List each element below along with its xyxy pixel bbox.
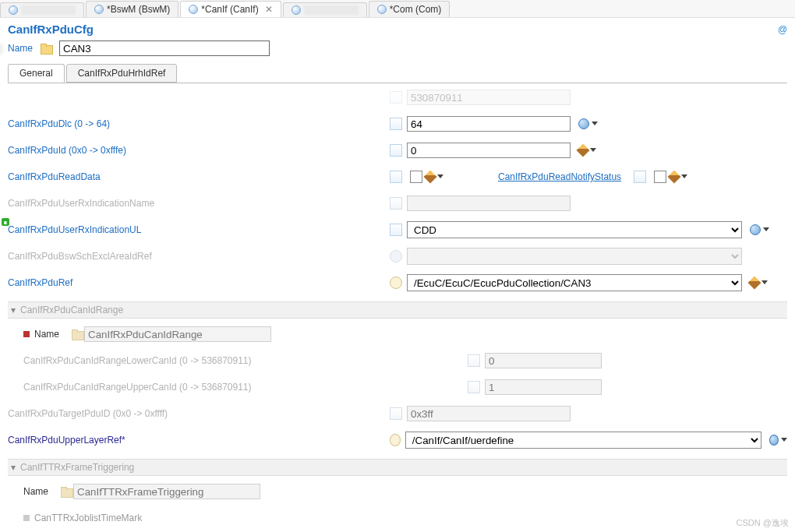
cut-row-value bbox=[407, 90, 571, 105]
folder-icon bbox=[61, 487, 72, 496]
section-canidrange[interactable]: ▾ CanIfRxPduCanIdRange bbox=[8, 301, 787, 319]
select-canifrxpduref[interactable]: /EcuC/EcuC/EcucPduCollection/CAN3 bbox=[407, 274, 742, 291]
reference-icon bbox=[390, 277, 402, 289]
dropdown-arrow-icon[interactable] bbox=[761, 280, 768, 284]
checkbox-canifrxpdureaddata[interactable] bbox=[410, 171, 422, 183]
module-icon bbox=[9, 5, 18, 15]
input-targetpduid bbox=[407, 406, 571, 421]
input-ttrx-name bbox=[73, 484, 260, 499]
hidden-label bbox=[304, 5, 359, 15]
redact-overlay bbox=[0, 44, 3, 55]
label-targetpduid: CanIfRxPduTargetPduID (0x0 -> 0xffff) bbox=[8, 408, 168, 419]
subtab-general[interactable]: General bbox=[8, 64, 65, 83]
edit-icon[interactable] bbox=[748, 277, 761, 290]
form-panel: CanIfRxPduDlc (0 -> 64) CanIfRxPduId (0x… bbox=[0, 83, 795, 532]
dropdown-arrow-icon[interactable] bbox=[781, 438, 787, 442]
field-type-icon bbox=[468, 354, 480, 367]
input-canifrxpdudlc[interactable] bbox=[407, 116, 571, 132]
scope-icon[interactable] bbox=[750, 224, 761, 235]
field-type-icon bbox=[390, 118, 402, 130]
label-bswschexcl: CanIfRxPduBswSchExclAreaIdRef bbox=[8, 251, 152, 262]
label-canifrxpdudlc[interactable]: CanIfRxPduDlc (0 -> 64) bbox=[8, 118, 110, 129]
folder-icon bbox=[72, 329, 83, 339]
input-userrxindname bbox=[407, 196, 571, 211]
edit-icon[interactable] bbox=[424, 171, 437, 184]
dropdown-arrow-icon[interactable] bbox=[590, 148, 596, 152]
tab-label: *CanIf (CanIf) bbox=[201, 4, 258, 15]
hidden-label bbox=[21, 5, 76, 15]
section-ttrxframetriggering[interactable]: ▾ CanIfTTRxFrameTriggering bbox=[8, 459, 787, 476]
override-marker-icon: ∎ bbox=[2, 218, 9, 226]
field-type-icon bbox=[390, 224, 402, 236]
edit-icon[interactable] bbox=[668, 171, 681, 184]
tab-com[interactable]: *Com (Com) bbox=[369, 1, 450, 17]
checkbox-canifrxpdureadnotifystatus[interactable] bbox=[654, 171, 666, 183]
watermark: CSDN @逸埃 bbox=[737, 517, 789, 529]
cut-row-label bbox=[8, 92, 10, 103]
input-canidrange-upper bbox=[485, 379, 602, 395]
label-canifrxpdureadnotifystatus[interactable]: CanIfRxPduReadNotifyStatus bbox=[498, 171, 621, 182]
module-icon bbox=[94, 5, 104, 14]
tab-label: *Com (Com) bbox=[390, 4, 442, 15]
select-userrxindicationul[interactable]: CDD bbox=[407, 221, 742, 238]
dropdown-arrow-icon[interactable] bbox=[592, 122, 598, 125]
dropdown-arrow-icon[interactable] bbox=[437, 174, 443, 178]
close-icon[interactable]: ✕ bbox=[265, 4, 273, 15]
scope-icon[interactable] bbox=[578, 118, 589, 129]
label-userrxindname: CanIfRxPduUserRxIndicationName bbox=[8, 198, 154, 209]
collapse-icon[interactable]: ▾ bbox=[11, 305, 16, 315]
section-title: CanIfTTRxFrameTriggering bbox=[20, 462, 134, 473]
input-canifrxpduid[interactable] bbox=[407, 143, 571, 158]
module-icon bbox=[189, 5, 198, 14]
tab-canif[interactable]: *CanIf (CanIf)✕ bbox=[180, 1, 281, 17]
name-label: Name bbox=[8, 43, 33, 54]
select-upperlayerref[interactable]: /CanIf/CanIf/uerdefine bbox=[405, 432, 761, 449]
field-type-icon bbox=[390, 171, 402, 183]
editor-tabstrip: *BswM (BswM) *CanIf (CanIf)✕ *Com (Com) bbox=[0, 0, 795, 18]
label-canidrange-lower: CanIfRxPduCanIdRangeLowerCanId (0 -> 536… bbox=[23, 355, 252, 366]
folder-icon bbox=[41, 44, 51, 53]
input-canidrange-name bbox=[84, 326, 271, 342]
label-canifrxpduref[interactable]: CanIfRxPduRef bbox=[8, 277, 72, 288]
tab-generic-1[interactable] bbox=[0, 2, 84, 17]
subtab-canifrxpduhrhidref[interactable]: CanIfRxPduHrhIdRef bbox=[66, 64, 178, 83]
range-name-label: Name bbox=[34, 329, 70, 340]
ttrx-name-label: Name bbox=[23, 486, 59, 497]
field-type-icon bbox=[390, 407, 402, 420]
label-ttrxjoblisttimemark: CanTTRxJoblistTimeMark bbox=[34, 513, 142, 523]
input-canidrange-lower bbox=[485, 353, 602, 368]
marker-icon bbox=[23, 515, 30, 521]
module-icon bbox=[377, 5, 387, 14]
field-type-icon bbox=[634, 171, 646, 183]
label-canifrxpduid[interactable]: CanIfRxPduId (0x0 -> 0xfffe) bbox=[8, 145, 126, 156]
field-type-icon bbox=[390, 197, 402, 210]
tab-label: *BswM (BswM) bbox=[107, 4, 170, 15]
edit-icon[interactable] bbox=[577, 144, 590, 157]
reference-icon bbox=[390, 434, 401, 446]
field-type-icon bbox=[390, 91, 402, 104]
reference-icon bbox=[390, 250, 402, 262]
label-canifrxpdureaddata[interactable]: CanIfRxPduReadData bbox=[8, 171, 101, 182]
dropdown-arrow-icon[interactable] bbox=[681, 174, 687, 178]
label-userrxindicationul[interactable]: CanIfRxPduUserRxIndicationUL bbox=[8, 224, 141, 235]
label-canidrange-upper: CanIfRxPduCanIdRangeUpperCanId (0 -> 536… bbox=[23, 382, 252, 393]
module-icon bbox=[292, 5, 301, 15]
dropdown-arrow-icon[interactable] bbox=[763, 227, 769, 231]
field-type-icon bbox=[390, 144, 402, 157]
collapse-icon[interactable]: ▾ bbox=[11, 462, 16, 473]
select-bswschexcl bbox=[407, 248, 742, 265]
field-type-icon bbox=[468, 381, 480, 393]
label-upperlayerref[interactable]: CanIfRxPduUpperLayerRef* bbox=[8, 435, 125, 446]
page-title: CanIfRxPduCfg bbox=[8, 23, 94, 36]
error-marker-icon bbox=[23, 331, 30, 337]
scope-icon[interactable] bbox=[769, 435, 779, 446]
section-title: CanIfRxPduCanIdRange bbox=[20, 305, 123, 315]
name-input[interactable] bbox=[59, 41, 270, 56]
at-symbol: @ bbox=[778, 24, 787, 35]
tab-bswm[interactable]: *BswM (BswM) bbox=[86, 1, 178, 17]
tab-generic-2[interactable] bbox=[283, 2, 367, 17]
